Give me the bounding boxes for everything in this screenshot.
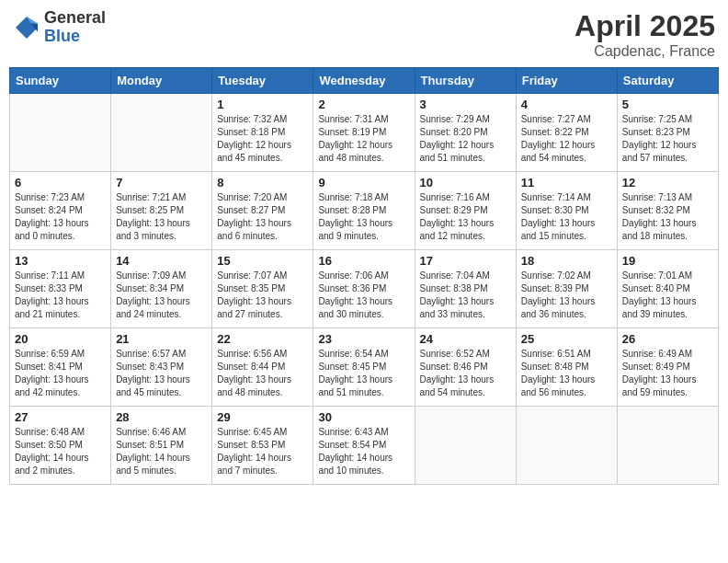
sunset-text: Sunset: 8:22 PM (521, 126, 612, 139)
day-info: Sunrise: 7:16 AMSunset: 8:29 PMDaylight:… (420, 191, 511, 243)
sunset-text: Sunset: 8:51 PM (116, 439, 207, 452)
daylight-hours: Daylight: 12 hours (420, 140, 495, 150)
calendar-day-cell: 12Sunrise: 7:13 AMSunset: 8:32 PMDayligh… (617, 172, 718, 250)
calendar-day-cell: 16Sunrise: 7:06 AMSunset: 8:36 PMDayligh… (313, 250, 415, 328)
daylight-minutes: and 57 minutes. (622, 153, 688, 163)
daylight-label: Daylight: 13 hoursand 51 minutes. (318, 373, 409, 399)
day-info: Sunrise: 6:56 AMSunset: 8:44 PMDaylight:… (217, 348, 308, 399)
location-subtitle: Capdenac, France (574, 43, 715, 60)
day-number: 25 (521, 332, 612, 346)
day-of-week-header: Friday (516, 68, 617, 94)
daylight-label: Daylight: 13 hoursand 56 minutes. (521, 373, 612, 399)
sunset-text: Sunset: 8:28 PM (318, 204, 409, 217)
calendar-day-cell: 17Sunrise: 7:04 AMSunset: 8:38 PMDayligh… (415, 250, 516, 328)
daylight-minutes: and 45 minutes. (116, 387, 181, 397)
sunset-text: Sunset: 8:41 PM (15, 361, 106, 373)
daylight-hours: Daylight: 12 hours (521, 140, 596, 150)
sunset-text: Sunset: 8:27 PM (217, 204, 308, 217)
sunrise-text: Sunrise: 7:13 AM (622, 191, 713, 204)
calendar-day-cell: 26Sunrise: 6:49 AMSunset: 8:49 PMDayligh… (617, 328, 718, 407)
daylight-label: Daylight: 13 hoursand 12 minutes. (420, 217, 511, 243)
sunrise-text: Sunrise: 7:25 AM (622, 113, 713, 126)
daylight-label: Daylight: 13 hoursand 18 minutes. (622, 217, 713, 243)
calendar-table: SundayMondayTuesdayWednesdayThursdayFrid… (9, 67, 719, 485)
sunrise-text: Sunrise: 6:45 AM (217, 426, 308, 439)
calendar-day-cell: 11Sunrise: 7:14 AMSunset: 8:30 PMDayligh… (516, 172, 617, 250)
daylight-minutes: and 18 minutes. (622, 231, 688, 241)
sunrise-text: Sunrise: 7:01 AM (622, 270, 713, 282)
sunrise-text: Sunrise: 7:31 AM (318, 113, 409, 126)
calendar-day-cell (516, 407, 617, 485)
calendar-day-cell: 24Sunrise: 6:52 AMSunset: 8:46 PMDayligh… (415, 328, 516, 407)
page-header: General Blue April 2025 Capdenac, France (9, 9, 719, 60)
day-of-week-header: Tuesday (212, 68, 313, 94)
daylight-hours: Daylight: 13 hours (116, 218, 190, 228)
daylight-label: Daylight: 13 hoursand 36 minutes. (521, 295, 612, 321)
daylight-minutes: and 48 minutes. (217, 387, 282, 397)
daylight-hours: Daylight: 12 hours (217, 140, 291, 150)
day-info: Sunrise: 7:32 AMSunset: 8:18 PMDaylight:… (217, 113, 308, 165)
daylight-minutes: and 30 minutes. (318, 309, 383, 319)
calendar-day-cell: 5Sunrise: 7:25 AMSunset: 8:23 PMDaylight… (617, 94, 718, 172)
sunset-text: Sunset: 8:34 PM (116, 282, 207, 295)
sunset-text: Sunset: 8:18 PM (217, 126, 308, 139)
calendar-day-cell (111, 94, 212, 172)
daylight-hours: Daylight: 13 hours (217, 218, 291, 228)
calendar-day-cell: 25Sunrise: 6:51 AMSunset: 8:48 PMDayligh… (516, 328, 617, 407)
sunrise-text: Sunrise: 6:51 AM (521, 348, 612, 361)
day-number: 15 (217, 254, 308, 268)
calendar-day-cell: 14Sunrise: 7:09 AMSunset: 8:34 PMDayligh… (111, 250, 212, 328)
daylight-hours: Daylight: 13 hours (420, 296, 495, 306)
calendar-day-cell: 9Sunrise: 7:18 AMSunset: 8:28 PMDaylight… (313, 172, 415, 250)
daylight-minutes: and 21 minutes. (15, 309, 80, 319)
daylight-hours: Daylight: 13 hours (521, 218, 596, 228)
daylight-hours: Daylight: 13 hours (622, 296, 697, 306)
day-number: 23 (318, 332, 409, 346)
calendar-day-cell (10, 94, 111, 172)
sunrise-text: Sunrise: 7:29 AM (420, 113, 511, 126)
daylight-label: Daylight: 13 hoursand 21 minutes. (15, 295, 106, 321)
calendar-week-row: 6Sunrise: 7:23 AMSunset: 8:24 PMDaylight… (10, 172, 719, 250)
sunrise-text: Sunrise: 6:59 AM (15, 348, 106, 361)
day-info: Sunrise: 7:27 AMSunset: 8:22 PMDaylight:… (521, 113, 612, 165)
sunrise-text: Sunrise: 7:32 AM (217, 113, 308, 126)
sunrise-text: Sunrise: 7:23 AM (15, 191, 106, 204)
calendar-day-cell: 15Sunrise: 7:07 AMSunset: 8:35 PMDayligh… (212, 250, 313, 328)
day-info: Sunrise: 6:54 AMSunset: 8:45 PMDaylight:… (318, 348, 409, 399)
calendar-day-cell: 29Sunrise: 6:45 AMSunset: 8:53 PMDayligh… (212, 407, 313, 485)
daylight-label: Daylight: 13 hoursand 3 minutes. (116, 217, 207, 243)
day-info: Sunrise: 7:06 AMSunset: 8:36 PMDaylight:… (318, 270, 409, 321)
day-info: Sunrise: 7:07 AMSunset: 8:35 PMDaylight:… (217, 270, 308, 321)
day-info: Sunrise: 7:01 AMSunset: 8:40 PMDaylight:… (622, 270, 713, 321)
daylight-hours: Daylight: 13 hours (521, 296, 596, 306)
calendar-week-row: 1Sunrise: 7:32 AMSunset: 8:18 PMDaylight… (10, 94, 719, 172)
sunset-text: Sunset: 8:40 PM (622, 282, 713, 295)
daylight-minutes: and 24 minutes. (116, 309, 181, 319)
sunrise-text: Sunrise: 7:02 AM (521, 270, 612, 282)
day-info: Sunrise: 6:49 AMSunset: 8:49 PMDaylight:… (622, 348, 713, 399)
sunrise-text: Sunrise: 6:48 AM (15, 426, 106, 439)
daylight-minutes: and 33 minutes. (420, 309, 485, 319)
sunset-text: Sunset: 8:39 PM (521, 282, 612, 295)
logo-blue-text: Blue (44, 28, 106, 46)
day-number: 7 (116, 176, 207, 190)
daylight-label: Daylight: 12 hoursand 54 minutes. (521, 139, 612, 165)
daylight-hours: Daylight: 13 hours (217, 296, 291, 306)
daylight-minutes: and 51 minutes. (318, 387, 383, 397)
daylight-label: Daylight: 13 hoursand 33 minutes. (420, 295, 511, 321)
sunset-text: Sunset: 8:45 PM (318, 361, 409, 373)
day-info: Sunrise: 6:43 AMSunset: 8:54 PMDaylight:… (318, 426, 409, 477)
daylight-hours: Daylight: 13 hours (420, 218, 495, 228)
day-info: Sunrise: 7:11 AMSunset: 8:33 PMDaylight:… (15, 270, 106, 321)
sunset-text: Sunset: 8:29 PM (420, 204, 511, 217)
day-number: 9 (318, 176, 409, 190)
daylight-hours: Daylight: 13 hours (15, 374, 89, 385)
day-number: 26 (622, 332, 713, 346)
daylight-label: Daylight: 14 hoursand 2 minutes. (15, 452, 106, 477)
daylight-label: Daylight: 13 hoursand 48 minutes. (217, 373, 308, 399)
day-info: Sunrise: 6:48 AMSunset: 8:50 PMDaylight:… (15, 426, 106, 477)
sunrise-text: Sunrise: 7:27 AM (521, 113, 612, 126)
daylight-minutes: and 15 minutes. (521, 231, 586, 241)
sunset-text: Sunset: 8:43 PM (116, 361, 207, 373)
daylight-minutes: and 27 minutes. (217, 309, 282, 319)
